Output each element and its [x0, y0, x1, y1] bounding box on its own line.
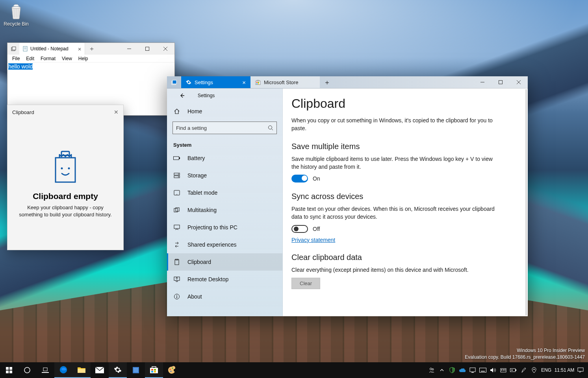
taskbar-app-store[interactable]	[145, 362, 163, 378]
tray-virtual-machine[interactable]	[467, 362, 478, 378]
svg-rect-56	[134, 368, 138, 372]
scrollbar[interactable]	[525, 89, 527, 315]
notepad-tab[interactable]: Untitled - Notepad ×	[19, 43, 85, 55]
section-heading-save-items: Save multiple items	[291, 142, 519, 151]
taskbar-app-explorer[interactable]	[72, 362, 91, 378]
minimize-button[interactable]	[120, 43, 138, 55]
tab-store-label: Microsoft Store	[264, 79, 298, 85]
tray-people[interactable]	[427, 362, 437, 378]
sidebar-item-tablet-mode[interactable]: Tablet mode	[167, 184, 282, 201]
close-tab-icon[interactable]: ×	[78, 46, 82, 52]
sidebar-section-system: System	[167, 137, 282, 149]
svg-rect-53	[78, 369, 85, 373]
sidebar-item-clipboard[interactable]: Clipboard	[167, 253, 282, 271]
volume-icon	[490, 367, 496, 373]
sidebar-item-about[interactable]: About	[167, 288, 282, 305]
tray-keyboard[interactable]	[478, 362, 488, 378]
taskbar-app-paint[interactable]	[163, 362, 181, 378]
tablet-icon	[173, 190, 180, 195]
minimize-button[interactable]	[473, 76, 492, 88]
keyboard-icon	[479, 368, 486, 372]
task-view-button[interactable]	[36, 362, 54, 378]
toggle-sync-across-devices[interactable]: Off	[291, 225, 519, 233]
sidebar-item-battery[interactable]: Battery	[167, 149, 282, 167]
taskbar-app-settings[interactable]	[109, 362, 127, 378]
back-button[interactable]	[173, 92, 191, 99]
tray-language[interactable]: ENG	[539, 362, 553, 378]
section-heading-sync: Sync across devices	[291, 192, 519, 201]
svg-point-63	[171, 371, 172, 372]
sidebar-item-shared-experiences[interactable]: Shared experiences	[167, 236, 282, 253]
clear-button[interactable]: Clear	[291, 278, 320, 289]
tray-overflow[interactable]	[437, 362, 447, 378]
tray-power[interactable]	[508, 362, 519, 378]
maximize-button[interactable]	[492, 76, 510, 88]
taskbar-app-mail[interactable]	[91, 362, 109, 378]
menu-help[interactable]: Help	[75, 56, 91, 61]
search-placeholder: Find a setting	[176, 125, 268, 131]
maximize-button[interactable]	[138, 43, 156, 55]
tab-close-icon[interactable]: ×	[242, 79, 246, 86]
palette-icon	[168, 366, 176, 374]
tray-action-center[interactable]	[575, 362, 586, 378]
tray-onedrive[interactable]	[457, 362, 467, 378]
clipboard-popup-close[interactable]: ✕	[114, 109, 119, 115]
svg-rect-45	[6, 367, 9, 370]
svg-rect-18	[256, 82, 258, 83]
sidebar-item-remote-desktop[interactable]: Remote Desktop	[167, 271, 282, 288]
section-desc-clear: Clear everything (except pinned items) o…	[291, 266, 496, 274]
battery-icon	[173, 156, 180, 160]
sets-button[interactable]	[7, 46, 19, 52]
watermark-line1: Windows 10 Pro Insider Preview	[465, 347, 585, 354]
svg-rect-11	[56, 158, 75, 182]
taskbar-app-reader[interactable]	[127, 362, 145, 378]
close-button[interactable]	[510, 76, 528, 88]
watermark-line2: Evaluation copy. Build 17686.rs_prerelea…	[465, 354, 585, 361]
notepad-text-area[interactable]: hello wold	[7, 63, 174, 70]
svg-point-26	[269, 126, 272, 129]
tray-location[interactable]	[529, 362, 539, 378]
desktop-icon-recycle-bin[interactable]: Recycle Bin	[2, 4, 30, 27]
notepad-new-tab[interactable]: ＋	[85, 45, 98, 53]
sidebar-item-label: Clipboard	[187, 259, 211, 265]
sets-button[interactable]	[167, 76, 181, 88]
privacy-statement-link[interactable]: Privacy statement	[291, 237, 335, 243]
sidebar-item-home[interactable]: Home	[167, 103, 282, 120]
sidebar-item-storage[interactable]: Storage	[167, 167, 282, 184]
tray-volume[interactable]	[488, 362, 498, 378]
tab-microsoft-store[interactable]: Microsoft Store	[250, 76, 320, 88]
taskbar-app-edge[interactable]	[54, 362, 72, 378]
menu-file[interactable]: File	[9, 56, 23, 61]
menu-format[interactable]: Format	[37, 56, 59, 61]
sidebar-item-multitasking[interactable]: Multitasking	[167, 201, 282, 219]
windows-logo-icon	[6, 367, 12, 373]
start-button[interactable]	[0, 362, 18, 378]
vm-icon	[469, 367, 476, 373]
svg-rect-58	[151, 369, 153, 371]
tray-clock[interactable]: 11:51 AM	[553, 362, 575, 378]
section-desc-sync: Paste text on your other devices. When t…	[291, 205, 496, 221]
notepad-icon	[22, 46, 28, 52]
tab-settings[interactable]: Settings ×	[181, 76, 250, 88]
tray-ink[interactable]	[519, 362, 529, 378]
cloud-icon	[459, 368, 466, 372]
store-icon	[255, 79, 261, 85]
tray-network[interactable]	[498, 362, 508, 378]
tray-security[interactable]	[447, 362, 457, 378]
close-button[interactable]	[156, 43, 174, 55]
sidebar-item-label: Remote Desktop	[187, 276, 228, 282]
sidebar-item-label: Projecting to this PC	[187, 224, 237, 230]
toggle-save-multiple-items[interactable]: On	[291, 175, 519, 183]
battery-plug-icon	[510, 368, 517, 372]
menu-edit[interactable]: Edit	[23, 56, 37, 61]
settings-search[interactable]: Find a setting	[173, 122, 277, 134]
gear-icon	[114, 366, 122, 374]
cortana-button[interactable]	[18, 362, 36, 378]
sets-new-tab[interactable]: ＋	[320, 76, 334, 88]
menu-view[interactable]: View	[59, 56, 75, 61]
sidebar-item-projecting[interactable]: Projecting to this PC	[167, 219, 282, 236]
notepad-titlebar[interactable]: Untitled - Notepad × ＋	[7, 43, 174, 55]
storage-icon	[173, 173, 180, 178]
svg-rect-72	[501, 369, 502, 371]
action-center-icon	[577, 367, 584, 373]
